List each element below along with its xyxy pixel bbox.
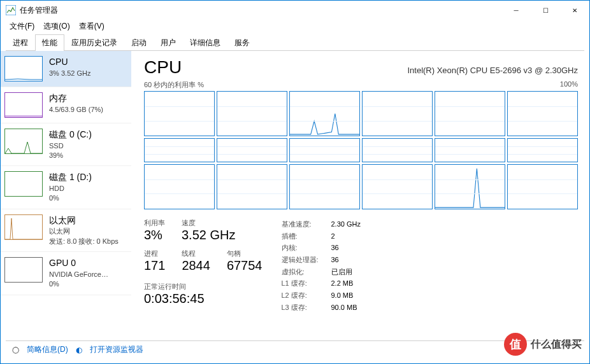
tab-services[interactable]: 服务 <box>227 34 257 51</box>
core-cell <box>435 91 505 136</box>
core-cell <box>144 164 215 209</box>
lp-value: 36 <box>331 254 339 266</box>
uptime-label: 正常运行时间 <box>144 282 263 291</box>
minimize-button[interactable]: ─ <box>501 1 531 20</box>
speed-label: 速度 <box>182 218 235 228</box>
cores-value: 36 <box>331 242 339 254</box>
util-label: 利用率 <box>144 218 165 228</box>
detail-panel: CPU Intel(R) Xeon(R) CPU E5-2696 v3 @ 2.… <box>131 51 589 350</box>
tab-processes[interactable]: 进程 <box>6 34 35 51</box>
watermark: 值 什么值得买 <box>504 333 582 356</box>
sidebar-item-memory[interactable]: 内存4.5/63.9 GB (7%) <box>1 87 131 123</box>
core-cell <box>217 164 287 209</box>
core-cell <box>362 138 433 162</box>
proc-label: 进程 <box>144 249 165 258</box>
tab-performance[interactable]: 性能 <box>35 34 64 51</box>
sidebar-eth-sub2: 发送: 8.0 接收: 0 Kbps <box>49 237 119 246</box>
sidebar-gpu0-name: GPU 0 <box>49 257 108 270</box>
l3-label: L3 缓存: <box>282 302 325 314</box>
core-cell <box>289 138 360 162</box>
core-cell <box>144 138 215 162</box>
maximize-button[interactable]: ☐ <box>531 1 560 20</box>
proc-value: 171 <box>144 258 165 273</box>
tab-startup[interactable]: 启动 <box>124 34 154 51</box>
thread-value: 2844 <box>182 258 210 273</box>
base-speed-label: 基准速度: <box>282 218 325 230</box>
detail-title: CPU <box>144 57 182 78</box>
core-cell <box>217 91 287 136</box>
sidebar-item-gpu0[interactable]: GPU 0NVIDIA GeForce…0% <box>1 252 131 295</box>
sidebar-memory-sub: 4.5/63.9 GB (7%) <box>49 105 103 115</box>
cores-label: 内核: <box>282 242 325 254</box>
l1-value: 2.2 MB <box>331 277 354 290</box>
core-cell <box>289 91 360 136</box>
core-cell <box>507 138 578 162</box>
virt-value: 已启用 <box>331 266 352 278</box>
sidebar-disk0-sub2: 39% <box>49 151 92 160</box>
base-speed-value: 2.30 GHz <box>331 218 361 230</box>
graph-label-left: 60 秒内的利用率 % <box>144 80 204 90</box>
util-value: 3% <box>144 228 165 242</box>
l3-value: 90.0 MB <box>331 302 357 314</box>
socket-value: 2 <box>331 230 335 242</box>
l2-value: 9.0 MB <box>331 290 354 302</box>
sidebar-eth-name: 以太网 <box>49 214 119 227</box>
core-cell <box>435 138 505 162</box>
sidebar: CPU3% 3.52 GHz 内存4.5/63.9 GB (7%) 磁盘 0 (… <box>1 51 131 350</box>
cpu-core-grid[interactable] <box>144 91 578 209</box>
disk0-thumb <box>4 129 43 154</box>
handle-label: 句柄 <box>227 249 263 258</box>
core-cell <box>144 91 215 136</box>
tab-bar: 进程 性能 应用历史记录 启动 用户 详细信息 服务 <box>6 34 584 51</box>
tab-app-history[interactable]: 应用历史记录 <box>64 34 124 51</box>
sidebar-disk1-sub2: 0% <box>49 193 92 203</box>
sidebar-item-ethernet[interactable]: 以太网以太网发送: 8.0 接收: 0 Kbps <box>1 209 131 252</box>
ethernet-thumb <box>4 214 43 240</box>
sidebar-disk1-name: 磁盘 1 (D:) <box>49 171 92 184</box>
l1-label: L1 缓存: <box>282 277 325 290</box>
sidebar-disk0-name: 磁盘 0 (C:) <box>49 129 92 141</box>
tab-users[interactable]: 用户 <box>154 34 183 51</box>
sidebar-item-disk1[interactable]: 磁盘 1 (D:)HDD0% <box>1 166 131 209</box>
lp-label: 逻辑处理器: <box>282 254 325 266</box>
socket-label: 插槽: <box>282 230 325 242</box>
sidebar-item-cpu[interactable]: CPU3% 3.52 GHz <box>1 51 131 87</box>
core-cell <box>507 164 578 209</box>
svg-rect-1 <box>5 115 42 117</box>
app-icon <box>6 5 16 15</box>
core-cell <box>362 164 433 209</box>
core-cell <box>435 164 505 209</box>
resmon-icon: ◐ <box>76 346 82 354</box>
sidebar-cpu-sub: 3% 3.52 GHz <box>49 69 90 78</box>
sidebar-item-disk0[interactable]: 磁盘 0 (C:)SSD39% <box>1 123 131 166</box>
gpu0-thumb <box>4 257 43 283</box>
fewer-details-link[interactable]: 简略信息(D) <box>27 344 68 355</box>
close-button[interactable]: ✕ <box>560 1 589 20</box>
l2-label: L2 缓存: <box>282 290 325 302</box>
sidebar-memory-name: 内存 <box>49 92 103 105</box>
handle-value: 67754 <box>227 258 263 273</box>
graph-label-right: 100% <box>560 80 578 90</box>
sidebar-disk0-sub1: SSD <box>49 141 92 151</box>
menu-view[interactable]: 查看(V) <box>75 20 108 32</box>
menubar: 文件(F) 选项(O) 查看(V) <box>1 20 589 32</box>
menu-options[interactable]: 选项(O) <box>40 20 73 32</box>
uptime-value: 0:03:56:45 <box>144 291 263 306</box>
menu-file[interactable]: 文件(F) <box>6 20 38 32</box>
speed-value: 3.52 GHz <box>182 228 235 242</box>
virt-label: 虚拟化: <box>282 266 325 278</box>
watermark-badge: 值 <box>504 333 527 356</box>
cpu-specs: 基准速度:2.30 GHz 插槽:2 内核:36 逻辑处理器:36 虚拟化:已启… <box>282 218 361 314</box>
tab-details[interactable]: 详细信息 <box>183 34 227 51</box>
cpu-model: Intel(R) Xeon(R) CPU E5-2696 v3 @ 2.30GH… <box>407 66 578 75</box>
collapse-icon[interactable]: ◯ <box>12 346 19 353</box>
memory-thumb <box>4 92 43 118</box>
disk1-thumb <box>4 171 43 197</box>
sidebar-gpu0-sub1: NVIDIA GeForce… <box>49 270 108 279</box>
core-cell <box>289 164 360 209</box>
thread-label: 线程 <box>182 249 210 258</box>
sidebar-gpu0-sub2: 0% <box>49 279 108 289</box>
sidebar-disk1-sub1: HDD <box>49 184 92 193</box>
core-cell <box>362 91 433 136</box>
resource-monitor-link[interactable]: 打开资源监视器 <box>90 344 143 355</box>
